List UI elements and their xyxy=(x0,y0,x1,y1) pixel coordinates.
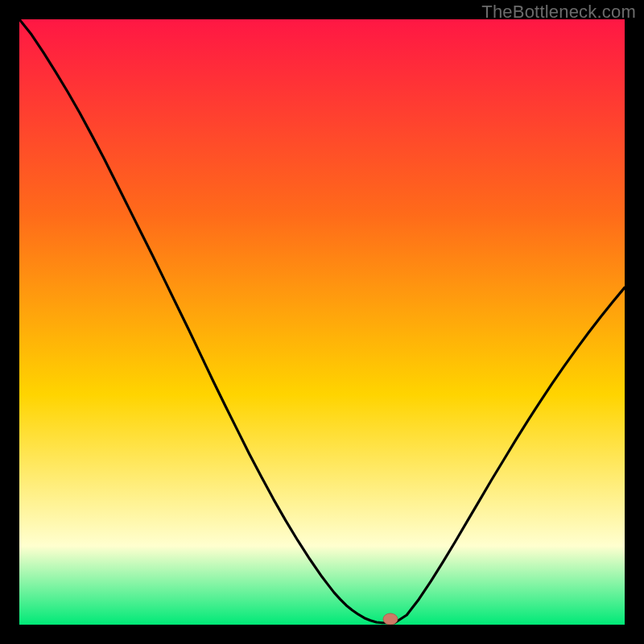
plot-svg xyxy=(19,19,625,625)
gradient-fill xyxy=(19,19,625,625)
plot-area xyxy=(19,19,625,625)
attribution-text: TheBottleneck.com xyxy=(481,2,636,23)
minimum-marker xyxy=(383,613,398,625)
chart-frame: TheBottleneck.com xyxy=(0,0,644,644)
